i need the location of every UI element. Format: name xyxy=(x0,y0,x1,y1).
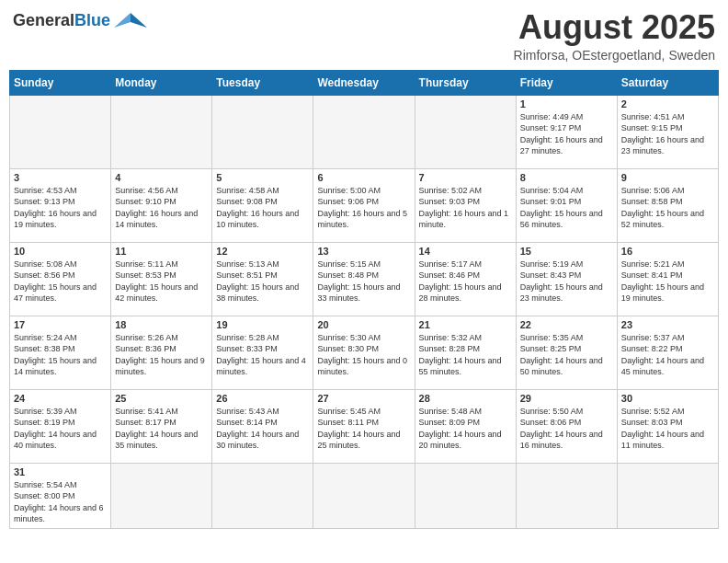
month-title: August 2025 xyxy=(514,9,715,46)
day-cell: 31Sunrise: 5:54 AM Sunset: 8:00 PM Dayli… xyxy=(10,463,111,528)
svg-marker-0 xyxy=(131,13,147,28)
day-info: Sunrise: 5:45 AM Sunset: 8:11 PM Dayligh… xyxy=(317,406,410,452)
day-info: Sunrise: 5:24 AM Sunset: 8:38 PM Dayligh… xyxy=(14,332,107,378)
day-number: 5 xyxy=(216,172,309,183)
day-cell: 17Sunrise: 5:24 AM Sunset: 8:38 PM Dayli… xyxy=(10,316,111,389)
day-number: 25 xyxy=(115,393,208,404)
day-number: 31 xyxy=(14,466,107,477)
weekday-header-saturday: Saturday xyxy=(617,70,718,95)
day-number: 2 xyxy=(621,98,714,109)
day-cell: 27Sunrise: 5:45 AM Sunset: 8:11 PM Dayli… xyxy=(313,389,415,463)
day-number: 18 xyxy=(115,319,208,330)
day-cell: 14Sunrise: 5:17 AM Sunset: 8:46 PM Dayli… xyxy=(415,242,516,316)
weekday-header-wednesday: Wednesday xyxy=(313,70,415,95)
day-info: Sunrise: 5:04 AM Sunset: 9:01 PM Dayligh… xyxy=(520,185,613,231)
day-info: Sunrise: 5:17 AM Sunset: 8:46 PM Dayligh… xyxy=(419,259,512,304)
day-number: 4 xyxy=(115,172,208,183)
week-row-3: 10Sunrise: 5:08 AM Sunset: 8:56 PM Dayli… xyxy=(10,242,719,316)
day-number: 26 xyxy=(216,393,309,404)
day-cell: 30Sunrise: 5:52 AM Sunset: 8:03 PM Dayli… xyxy=(617,389,718,463)
day-info: Sunrise: 5:50 AM Sunset: 8:06 PM Dayligh… xyxy=(520,406,613,452)
week-row-2: 3Sunrise: 4:53 AM Sunset: 9:13 PM Daylig… xyxy=(10,168,719,242)
day-number: 29 xyxy=(520,393,613,404)
day-info: Sunrise: 5:30 AM Sunset: 8:30 PM Dayligh… xyxy=(317,332,410,378)
day-info: Sunrise: 5:35 AM Sunset: 8:25 PM Dayligh… xyxy=(520,332,613,378)
day-info: Sunrise: 4:56 AM Sunset: 9:10 PM Dayligh… xyxy=(115,185,208,231)
logo-area: GeneralBlue xyxy=(13,9,147,31)
location-subtitle: Rimforsa, OEstergoetland, Sweden xyxy=(514,48,715,63)
day-number: 30 xyxy=(621,393,714,404)
day-info: Sunrise: 5:06 AM Sunset: 8:58 PM Dayligh… xyxy=(621,185,714,231)
week-row-5: 24Sunrise: 5:39 AM Sunset: 8:19 PM Dayli… xyxy=(10,389,719,463)
weekday-header-row: SundayMondayTuesdayWednesdayThursdayFrid… xyxy=(10,70,719,95)
day-info: Sunrise: 5:52 AM Sunset: 8:03 PM Dayligh… xyxy=(621,406,714,452)
weekday-header-sunday: Sunday xyxy=(10,70,111,95)
day-info: Sunrise: 5:26 AM Sunset: 8:36 PM Dayligh… xyxy=(115,332,208,378)
day-info: Sunrise: 5:39 AM Sunset: 8:19 PM Dayligh… xyxy=(14,406,107,452)
header: GeneralBlue August 2025 Rimforsa, OEster… xyxy=(9,9,719,63)
weekday-header-monday: Monday xyxy=(111,70,212,95)
day-cell: 18Sunrise: 5:26 AM Sunset: 8:36 PM Dayli… xyxy=(111,316,212,389)
day-cell: 7Sunrise: 5:02 AM Sunset: 9:03 PM Daylig… xyxy=(415,168,516,242)
day-cell: 24Sunrise: 5:39 AM Sunset: 8:19 PM Dayli… xyxy=(10,389,111,463)
day-number: 15 xyxy=(520,246,613,257)
day-cell: 6Sunrise: 5:00 AM Sunset: 9:06 PM Daylig… xyxy=(313,168,415,242)
day-number: 6 xyxy=(317,172,410,183)
day-info: Sunrise: 5:02 AM Sunset: 9:03 PM Dayligh… xyxy=(419,185,512,231)
day-number: 1 xyxy=(520,98,613,109)
day-cell: 22Sunrise: 5:35 AM Sunset: 8:25 PM Dayli… xyxy=(516,316,617,389)
day-info: Sunrise: 4:53 AM Sunset: 9:13 PM Dayligh… xyxy=(14,185,107,231)
day-cell: 10Sunrise: 5:08 AM Sunset: 8:56 PM Dayli… xyxy=(10,242,111,316)
day-info: Sunrise: 5:15 AM Sunset: 8:48 PM Dayligh… xyxy=(317,259,410,304)
title-area: August 2025 Rimforsa, OEstergoetland, Sw… xyxy=(514,9,715,63)
day-info: Sunrise: 5:48 AM Sunset: 8:09 PM Dayligh… xyxy=(419,406,512,452)
day-cell xyxy=(111,95,212,168)
day-number: 27 xyxy=(317,393,410,404)
day-info: Sunrise: 5:13 AM Sunset: 8:51 PM Dayligh… xyxy=(216,259,309,304)
day-cell: 26Sunrise: 5:43 AM Sunset: 8:14 PM Dayli… xyxy=(212,389,313,463)
day-cell: 21Sunrise: 5:32 AM Sunset: 8:28 PM Dayli… xyxy=(415,316,516,389)
week-row-4: 17Sunrise: 5:24 AM Sunset: 8:38 PM Dayli… xyxy=(10,316,719,389)
day-number: 13 xyxy=(317,246,410,257)
week-row-6: 31Sunrise: 5:54 AM Sunset: 8:00 PM Dayli… xyxy=(10,463,719,528)
day-cell: 9Sunrise: 5:06 AM Sunset: 8:58 PM Daylig… xyxy=(617,168,718,242)
day-number: 21 xyxy=(419,319,512,330)
day-info: Sunrise: 4:51 AM Sunset: 9:15 PM Dayligh… xyxy=(621,111,714,157)
day-number: 19 xyxy=(216,319,309,330)
day-cell xyxy=(313,463,415,528)
day-number: 12 xyxy=(216,246,309,257)
day-cell: 1Sunrise: 4:49 AM Sunset: 9:17 PM Daylig… xyxy=(516,95,617,168)
day-number: 3 xyxy=(14,172,107,183)
day-info: Sunrise: 4:49 AM Sunset: 9:17 PM Dayligh… xyxy=(520,111,613,157)
day-cell: 3Sunrise: 4:53 AM Sunset: 9:13 PM Daylig… xyxy=(10,168,111,242)
day-cell: 8Sunrise: 5:04 AM Sunset: 9:01 PM Daylig… xyxy=(516,168,617,242)
day-info: Sunrise: 5:28 AM Sunset: 8:33 PM Dayligh… xyxy=(216,332,309,378)
day-cell: 16Sunrise: 5:21 AM Sunset: 8:41 PM Dayli… xyxy=(617,242,718,316)
weekday-header-friday: Friday xyxy=(516,70,617,95)
day-info: Sunrise: 5:11 AM Sunset: 8:53 PM Dayligh… xyxy=(115,259,208,304)
day-info: Sunrise: 5:41 AM Sunset: 8:17 PM Dayligh… xyxy=(115,406,208,452)
day-cell: 25Sunrise: 5:41 AM Sunset: 8:17 PM Dayli… xyxy=(111,389,212,463)
day-info: Sunrise: 5:43 AM Sunset: 8:14 PM Dayligh… xyxy=(216,406,309,452)
day-number: 10 xyxy=(14,246,107,257)
day-cell: 12Sunrise: 5:13 AM Sunset: 8:51 PM Dayli… xyxy=(212,242,313,316)
logo-text: GeneralBlue xyxy=(13,11,110,30)
day-cell xyxy=(10,95,111,168)
weekday-header-tuesday: Tuesday xyxy=(212,70,313,95)
day-cell xyxy=(111,463,212,528)
day-cell: 19Sunrise: 5:28 AM Sunset: 8:33 PM Dayli… xyxy=(212,316,313,389)
day-number: 20 xyxy=(317,319,410,330)
day-number: 11 xyxy=(115,246,208,257)
day-info: Sunrise: 5:32 AM Sunset: 8:28 PM Dayligh… xyxy=(419,332,512,378)
day-number: 22 xyxy=(520,319,613,330)
day-cell: 15Sunrise: 5:19 AM Sunset: 8:43 PM Dayli… xyxy=(516,242,617,316)
day-cell xyxy=(313,95,415,168)
day-info: Sunrise: 5:37 AM Sunset: 8:22 PM Dayligh… xyxy=(621,332,714,378)
day-cell: 13Sunrise: 5:15 AM Sunset: 8:48 PM Dayli… xyxy=(313,242,415,316)
day-cell: 23Sunrise: 5:37 AM Sunset: 8:22 PM Dayli… xyxy=(617,316,718,389)
logo-icon xyxy=(114,9,147,31)
day-info: Sunrise: 5:08 AM Sunset: 8:56 PM Dayligh… xyxy=(14,259,107,304)
day-cell xyxy=(415,463,516,528)
day-cell xyxy=(415,95,516,168)
day-cell xyxy=(212,463,313,528)
